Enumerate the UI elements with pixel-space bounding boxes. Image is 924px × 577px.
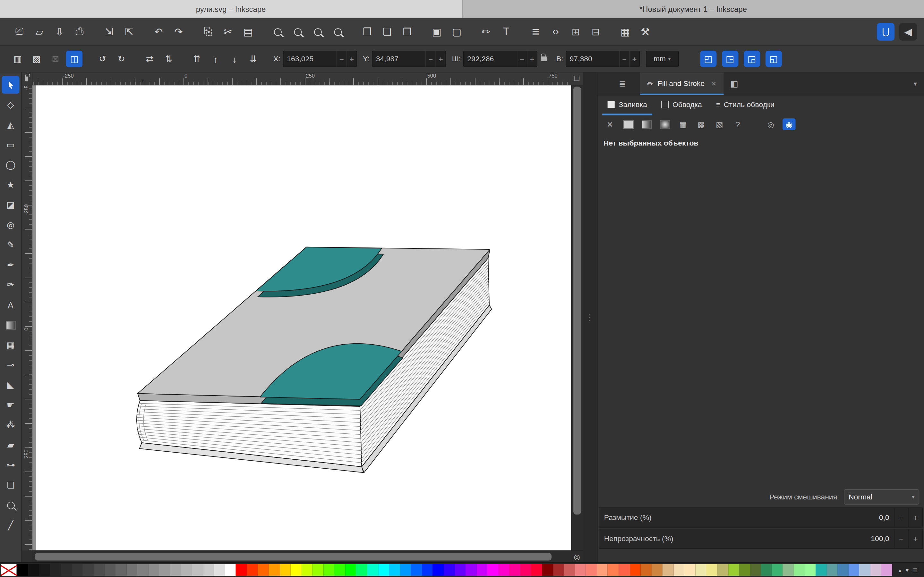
palette-swatch[interactable] [684, 564, 695, 576]
cut-icon[interactable]: ✂ [219, 23, 237, 41]
preferences-icon[interactable]: ⚒ [636, 23, 654, 41]
zoom-to-drawing-icon[interactable] [289, 23, 306, 41]
palette-swatch[interactable] [630, 564, 641, 576]
palette-swatch[interactable] [455, 564, 465, 576]
import-image-icon[interactable]: ⇲ [100, 23, 118, 41]
palette-swatch[interactable] [192, 564, 203, 576]
flip-horizontal-icon[interactable]: ⇄ [142, 51, 158, 67]
connector-tool-icon[interactable]: ⊶ [2, 456, 19, 474]
group-objects-icon[interactable]: ▣ [428, 23, 445, 41]
palette-swatch[interactable] [280, 564, 291, 576]
palette-swatch[interactable] [509, 564, 520, 576]
paint-swatch-icon[interactable]: ▧ [713, 118, 726, 130]
fill-rule-evenodd-icon[interactable]: ◎ [764, 118, 777, 130]
palette-swatch[interactable] [674, 564, 684, 576]
tab-fill[interactable]: Заливка [602, 95, 652, 115]
palette-swatch[interactable] [126, 564, 137, 576]
duplicate-icon[interactable]: ❐ [359, 23, 376, 41]
palette-swatch[interactable] [465, 564, 477, 576]
collapse-dialogs-icon[interactable]: ◀ [899, 23, 917, 41]
paint-bucket-tool-icon[interactable]: ◣ [2, 376, 19, 394]
save-document-icon[interactable]: ⇩ [51, 23, 68, 41]
ruler-lock-icon[interactable] [25, 76, 28, 81]
eraser-tool-icon[interactable]: ▰ [2, 436, 19, 454]
height-input[interactable]: 97,380−+ [565, 51, 640, 67]
ellipse-tool-icon[interactable]: ◯ [2, 156, 19, 174]
node-tool-icon[interactable]: ◇ [2, 96, 19, 113]
palette-swatch[interactable] [837, 564, 848, 576]
book-drawing[interactable] [32, 85, 571, 550]
vertical-scrollbar-thumb[interactable] [573, 87, 581, 514]
palette-swatch[interactable] [291, 564, 302, 576]
palette-swatch[interactable] [389, 564, 400, 576]
palette-swatch[interactable] [433, 564, 444, 576]
paint-mesh-gradient-icon[interactable]: ▦ [677, 118, 690, 130]
palette-swatch[interactable] [859, 564, 871, 576]
width-input[interactable]: 292,286−+ [463, 51, 537, 67]
palette-swatch[interactable] [553, 564, 564, 576]
palette-swatch[interactable] [881, 564, 892, 576]
rotate-cw-icon[interactable]: ↻ [113, 51, 129, 67]
palette-swatch[interactable] [619, 564, 630, 576]
paint-pattern-icon[interactable]: ▩ [695, 118, 708, 130]
window-tab-active[interactable]: рули.svg – Inkscape [0, 0, 462, 18]
palette-swatch[interactable] [72, 564, 83, 576]
undo-icon[interactable]: ↶ [150, 23, 168, 41]
horizontal-ruler[interactable]: ▼ -2500250500750 [32, 73, 571, 85]
palette-swatch[interactable] [739, 564, 750, 576]
xml-editor-icon[interactable]: ‹› [547, 23, 564, 41]
calligraphy-tool-icon[interactable]: ✑ [2, 276, 19, 293]
rotate-ccw-icon[interactable]: ↺ [94, 51, 111, 67]
selection-bbox-mode-icon[interactable]: ◫ [66, 51, 82, 67]
palette-swatch[interactable] [148, 564, 159, 576]
palette-swatch[interactable] [159, 564, 170, 576]
canvas-viewport[interactable] [32, 85, 571, 550]
gradient-tool-icon[interactable] [2, 316, 19, 334]
select-all-icon[interactable]: ▥ [9, 51, 26, 67]
paint-linear-gradient-icon[interactable] [640, 118, 653, 130]
color-managed-view-button[interactable]: ◎ [571, 550, 583, 562]
paste-icon[interactable]: ▤ [239, 23, 257, 41]
palette-swatch[interactable] [575, 564, 586, 576]
tweak-tool-icon[interactable]: ☛ [2, 396, 19, 414]
palette-swatch[interactable] [706, 564, 717, 576]
tab-stroke-paint[interactable]: Обводка [656, 95, 708, 115]
redo-icon[interactable]: ↷ [170, 23, 187, 41]
text-tool-icon[interactable]: A [2, 296, 19, 314]
tab-stroke-style[interactable]: ≡ Стиль обводки [711, 95, 780, 115]
increment-icon[interactable]: + [527, 51, 537, 67]
palette-swatch[interactable] [225, 564, 236, 576]
palette-swatch[interactable] [334, 564, 345, 576]
decrement-icon[interactable]: − [619, 51, 629, 67]
palette-swatch[interactable] [203, 564, 214, 576]
palette-swatch[interactable] [520, 564, 531, 576]
palette-swatch[interactable] [17, 564, 28, 576]
flip-vertical-icon[interactable]: ⇅ [160, 51, 177, 67]
palette-menu-icon[interactable]: ≣ [913, 567, 918, 573]
palette-swatch[interactable] [794, 564, 804, 576]
increment-icon[interactable]: + [435, 51, 445, 67]
palette-scroll-up-icon[interactable]: ▴ [899, 567, 901, 573]
window-tab-inactive[interactable]: *Новый документ 1 – Inkscape [462, 0, 924, 18]
copy-icon[interactable]: ⎘ [199, 23, 217, 41]
pencil-tool-icon[interactable]: ✎ [2, 236, 19, 254]
palette-swatch[interactable] [170, 564, 181, 576]
palette-swatch[interactable] [662, 564, 674, 576]
blur-input[interactable]: 0,0 [848, 514, 894, 522]
select-all-layers-icon[interactable]: ▩ [28, 51, 45, 67]
opacity-input[interactable]: 100,0 [848, 535, 894, 543]
new-document-icon[interactable]: ⎚ [11, 23, 28, 41]
increment-icon[interactable]: + [908, 529, 922, 548]
page-corner-button[interactable]: ❏ [571, 73, 583, 85]
unit-select[interactable]: mm▾ [646, 51, 678, 67]
palette-scroll-down-icon[interactable]: ▾ [906, 567, 909, 573]
palette-swatch[interactable] [607, 564, 619, 576]
ruler-corner[interactable] [22, 73, 32, 85]
palette-swatch[interactable] [498, 564, 509, 576]
blend-mode-select[interactable]: Normal ▾ [844, 489, 919, 504]
palette-swatch[interactable] [39, 564, 50, 576]
palette-swatch[interactable] [586, 564, 597, 576]
paint-flat-icon[interactable] [622, 118, 635, 130]
spray-tool-icon[interactable]: ⁂ [2, 416, 19, 434]
raise-icon[interactable]: ↑ [208, 51, 224, 67]
